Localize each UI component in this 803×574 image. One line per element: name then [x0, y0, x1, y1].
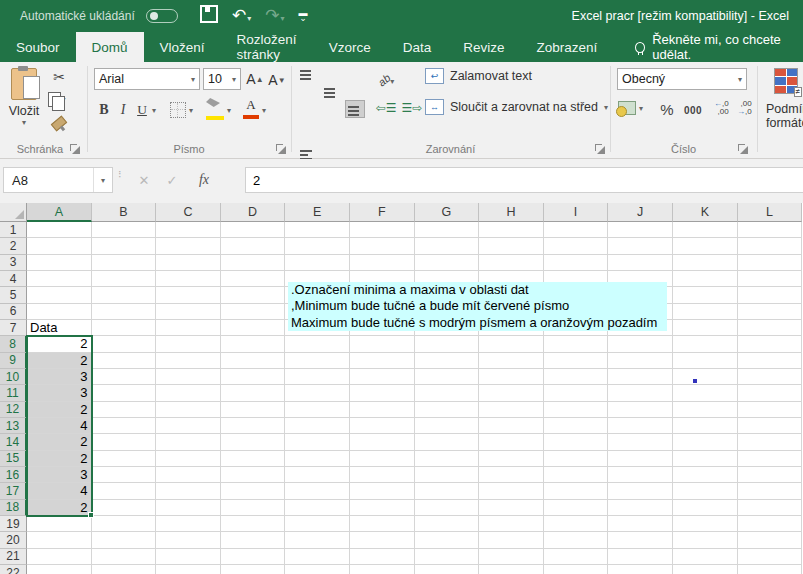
cell-B2[interactable]: [92, 238, 157, 254]
cell-H13[interactable]: [479, 418, 544, 434]
row-header-14[interactable]: 14: [0, 434, 27, 450]
note-textbox[interactable]: .Označení minima a maxima v oblasti dat …: [288, 282, 667, 331]
cell-L14[interactable]: [738, 434, 803, 450]
font-dialog-launcher[interactable]: [276, 144, 286, 154]
cell-I16[interactable]: [544, 467, 609, 483]
cell-F15[interactable]: [350, 451, 415, 467]
cell-A14[interactable]: 2: [27, 434, 92, 450]
cell-A4[interactable]: [27, 271, 92, 287]
cell-E13[interactable]: [285, 418, 350, 434]
name-box-caret-icon[interactable]: ▾: [93, 168, 112, 192]
cell-E3[interactable]: [285, 255, 350, 271]
column-header-E[interactable]: E: [285, 203, 350, 222]
cell-C19[interactable]: [156, 516, 221, 532]
cell-J18[interactable]: [608, 500, 673, 516]
cell-L20[interactable]: [738, 532, 803, 548]
cell-G17[interactable]: [415, 483, 480, 499]
cell-F18[interactable]: [350, 500, 415, 516]
select-all-corner[interactable]: [0, 203, 27, 222]
cell-E15[interactable]: [285, 451, 350, 467]
cell-C21[interactable]: [156, 549, 221, 565]
cell-K6[interactable]: [673, 304, 738, 320]
cell-H3[interactable]: [479, 255, 544, 271]
cell-D17[interactable]: [221, 483, 286, 499]
column-header-C[interactable]: C: [156, 203, 221, 222]
cell-L12[interactable]: [738, 402, 803, 418]
column-header-F[interactable]: F: [350, 203, 415, 222]
cell-E12[interactable]: [285, 402, 350, 418]
cell-F19[interactable]: [350, 516, 415, 532]
cell-E14[interactable]: [285, 434, 350, 450]
cell-L6[interactable]: [738, 304, 803, 320]
cell-K20[interactable]: [673, 532, 738, 548]
format-painter-button[interactable]: [48, 114, 70, 132]
conditional-formatting-button[interactable]: ≠ Podmíněné formátování: [766, 68, 803, 130]
cell-L7[interactable]: [738, 320, 803, 336]
cell-I9[interactable]: [544, 353, 609, 369]
cell-H17[interactable]: [479, 483, 544, 499]
insert-function-button[interactable]: fx: [190, 167, 218, 193]
cell-D7[interactable]: [221, 320, 286, 336]
accounting-format-button[interactable]: ▾: [618, 101, 643, 115]
cell-I14[interactable]: [544, 434, 609, 450]
cell-D18[interactable]: [221, 500, 286, 516]
formula-bar-grip[interactable]: ⁝: [118, 171, 122, 177]
column-header-J[interactable]: J: [608, 203, 673, 222]
cell-H2[interactable]: [479, 238, 544, 254]
cell-D19[interactable]: [221, 516, 286, 532]
tell-me-box[interactable]: Řekněte mi, co chcete udělat.: [635, 32, 803, 62]
cell-G21[interactable]: [415, 549, 480, 565]
tab-rozložení-stránky[interactable]: Rozložení stránky: [221, 32, 313, 62]
row-header-7[interactable]: 7: [0, 320, 27, 336]
cell-K7[interactable]: [673, 320, 738, 336]
tab-data[interactable]: Data: [387, 32, 448, 62]
cell-F22[interactable]: [350, 565, 415, 574]
cell-J19[interactable]: [608, 516, 673, 532]
cell-L5[interactable]: [738, 287, 803, 303]
cell-B19[interactable]: [92, 516, 157, 532]
cell-L2[interactable]: [738, 238, 803, 254]
cell-K8[interactable]: [673, 336, 738, 352]
cell-H8[interactable]: [479, 336, 544, 352]
accounting-caret-icon[interactable]: ▾: [639, 104, 643, 113]
cell-E8[interactable]: [285, 336, 350, 352]
cell-I17[interactable]: [544, 483, 609, 499]
row-header-15[interactable]: 15: [0, 451, 27, 467]
cell-A13[interactable]: 4: [27, 418, 92, 434]
row-header-10[interactable]: 10: [0, 369, 27, 385]
cell-B6[interactable]: [92, 304, 157, 320]
cell-D21[interactable]: [221, 549, 286, 565]
cell-B20[interactable]: [92, 532, 157, 548]
cell-I11[interactable]: [544, 385, 609, 401]
cell-F21[interactable]: [350, 549, 415, 565]
cell-L4[interactable]: [738, 271, 803, 287]
cancel-button[interactable]: ✕: [130, 167, 158, 193]
cell-B4[interactable]: [92, 271, 157, 287]
cell-B8[interactable]: [92, 336, 157, 352]
decrease-decimal-button[interactable]: ,00→,0: [737, 100, 752, 116]
cell-J20[interactable]: [608, 532, 673, 548]
underline-caret-icon[interactable]: ▾: [152, 106, 156, 115]
cell-K11[interactable]: [673, 385, 738, 401]
cell-K9[interactable]: [673, 353, 738, 369]
cell-J15[interactable]: [608, 451, 673, 467]
cell-A3[interactable]: [27, 255, 92, 271]
cell-J12[interactable]: [608, 402, 673, 418]
cell-B11[interactable]: [92, 385, 157, 401]
cell-G19[interactable]: [415, 516, 480, 532]
cell-I20[interactable]: [544, 532, 609, 548]
cell-D12[interactable]: [221, 402, 286, 418]
column-header-B[interactable]: B: [92, 203, 157, 222]
paste-button[interactable]: Vložit ▾: [4, 66, 44, 146]
name-box[interactable]: A8 ▾: [3, 167, 113, 193]
cell-G20[interactable]: [415, 532, 480, 548]
row-header-16[interactable]: 16: [0, 467, 27, 483]
cell-K5[interactable]: [673, 287, 738, 303]
cell-H1[interactable]: [479, 222, 544, 238]
font-color-button[interactable]: A: [243, 99, 259, 119]
cell-I12[interactable]: [544, 402, 609, 418]
tab-revize[interactable]: Revize: [447, 32, 520, 62]
font-color-caret-icon[interactable]: ▾: [262, 106, 266, 115]
copy-button[interactable]: ▾: [46, 90, 68, 108]
cell-I18[interactable]: [544, 500, 609, 516]
